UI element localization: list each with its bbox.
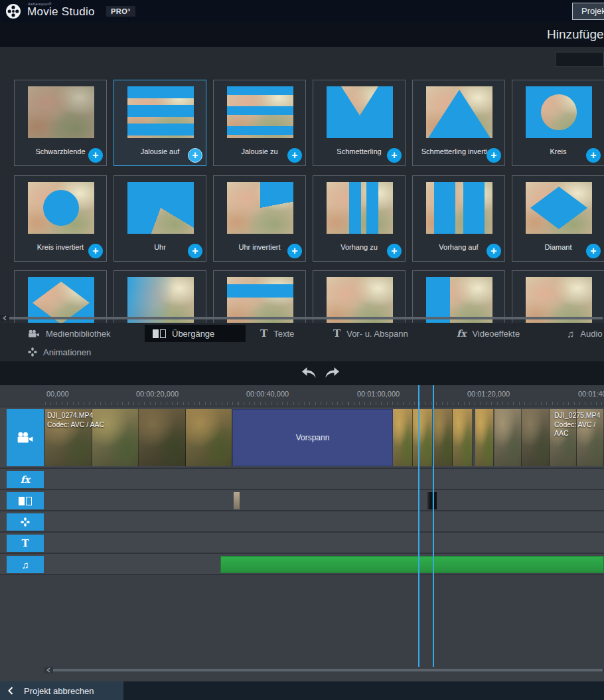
tab-label: Animationen (43, 347, 91, 357)
transition-tile[interactable]: Vorhang zu+ (313, 175, 406, 262)
transition-tile[interactable]: Schmetterling invertiert+ (412, 80, 505, 166)
video-clip-dji-0275[interactable]: DJI_0275.MP4 Codec: AVC / AAC (494, 409, 604, 466)
clip-metadata: DJI_0274.MP4 Codec: AVC / AAC (47, 411, 104, 429)
text-track[interactable] (0, 533, 604, 554)
transition-preview (227, 182, 293, 234)
playhead-line[interactable] (418, 385, 419, 667)
tab-media[interactable]: Medienbibliothek (20, 325, 119, 342)
add-transition-button[interactable]: + (487, 244, 501, 258)
transition-preview (28, 182, 94, 234)
timeline: 00,00000:00:20,00000:00:40,00000:01:00,0… (0, 385, 604, 667)
clip-thumbnails (475, 409, 494, 466)
project-button[interactable]: Projekt (572, 3, 604, 20)
tab-effects[interactable]: fxVideoeffekte (449, 325, 528, 342)
ruler-timestamp: 00:00:20,000 (136, 390, 179, 398)
effects-track[interactable] (0, 469, 604, 490)
add-transition-button[interactable]: + (88, 148, 103, 163)
text-track-icon[interactable]: T (7, 535, 44, 552)
transition-tile[interactable]: Schwarzblende+ (14, 80, 107, 166)
transition-preview (327, 86, 393, 138)
tab-transitions[interactable]: Übergänge (145, 325, 246, 342)
add-transition-button[interactable]: + (586, 244, 601, 258)
add-transition-button[interactable]: + (188, 148, 202, 163)
text-icon: T (260, 327, 267, 339)
add-transition-button[interactable]: + (88, 244, 103, 258)
app-titlebar: Ashampoo® Movie Studio PRO³ Projekt (0, 0, 604, 23)
ruler-timestamp: 00:01:20,000 (467, 390, 510, 398)
gallery-scrollbar[interactable] (0, 315, 604, 321)
scroll-left-icon[interactable] (0, 315, 9, 321)
transition-tile[interactable]: Kreis invertiert+ (14, 175, 107, 262)
scroll-left-icon[interactable] (44, 667, 53, 673)
tab-titles[interactable]: TVor- u. Abspann (325, 325, 416, 342)
undo-redo-bar (0, 361, 604, 385)
add-transition-button[interactable]: + (287, 148, 302, 163)
transition-clip-marker[interactable] (427, 492, 437, 509)
tab-label: Medienbibliothek (46, 329, 111, 339)
ruler-timestamp: 00,000 (46, 390, 69, 398)
transition-tile[interactable]: Uhr+ (113, 175, 206, 262)
cancel-project-button[interactable]: Projekt abbrechen (0, 681, 123, 700)
transition-track-icon[interactable] (7, 492, 44, 509)
redo-icon[interactable] (324, 366, 341, 379)
add-transition-button[interactable]: + (188, 244, 202, 258)
tab-label: Audio (580, 329, 602, 339)
fx-track-icon[interactable]: fx (7, 471, 44, 488)
transition-icon (153, 329, 166, 338)
filter-dropdown[interactable] (555, 52, 604, 67)
tab-texts[interactable]: TTexte (252, 325, 302, 342)
cancel-project-label: Projekt abbrechen (24, 686, 94, 696)
section-header: Hinzufügen (0, 23, 604, 47)
tab-audio[interactable]: ♫Audio (559, 325, 604, 342)
transition-tile[interactable]: Jalousie auf+ (113, 80, 206, 166)
undo-icon[interactable] (300, 366, 317, 379)
timeline-scrollbar[interactable] (0, 667, 604, 673)
audio-track-icon[interactable]: ♫ (7, 556, 44, 573)
animation-track-icon[interactable] (7, 513, 44, 531)
animations-track[interactable] (0, 511, 604, 533)
transition-tile[interactable]: Jalousie zu+ (213, 80, 306, 166)
transitions-track[interactable] (0, 490, 604, 511)
transition-tile[interactable]: Diamant+ (512, 175, 604, 262)
ruler-ticks (45, 402, 604, 405)
transition-row: Kreis invertiert+Uhr+Uhr invertiert+Vorh… (14, 175, 604, 262)
video-track-icon[interactable] (7, 409, 44, 466)
tab-label: Übergänge (172, 329, 214, 339)
ruler-timestamp: 00:00:40,000 (246, 390, 289, 398)
title-clip-label: Vorspann (296, 433, 330, 442)
add-transition-button[interactable]: + (387, 244, 402, 258)
transition-tile[interactable]: Vorhang auf+ (412, 175, 505, 262)
transition-preview (526, 182, 592, 234)
transition-preview (526, 86, 592, 138)
add-transition-button[interactable]: + (387, 148, 402, 163)
title-clip-vorspann[interactable]: Vorspann (232, 409, 393, 466)
scrollbar-thumb[interactable] (53, 669, 603, 671)
scrollbar-thumb[interactable] (9, 317, 603, 319)
timeline-ruler[interactable]: 00,00000:00:20,00000:00:40,00000:01:00,0… (0, 385, 604, 406)
media-icon (28, 329, 40, 338)
audio-clip[interactable] (220, 556, 604, 573)
transition-clip-marker[interactable] (234, 492, 240, 509)
add-transition-button[interactable]: + (487, 148, 501, 163)
add-transition-button[interactable]: + (287, 244, 302, 258)
transition-preview (127, 86, 194, 138)
transition-preview (127, 182, 194, 234)
bottom-bar: Projekt abbrechen (0, 681, 604, 700)
transition-tile[interactable]: Schmetterling+ (313, 80, 406, 166)
video-clip-dji-0274[interactable]: DJI_0274.MP4 Codec: AVC / AAC (45, 409, 232, 466)
transition-preview (327, 182, 393, 234)
animation-icon (28, 347, 37, 357)
movie-studio-window: Ashampoo® Movie Studio PRO³ Projekt Hinz… (0, 0, 604, 700)
transition-tile[interactable]: Uhr invertiert+ (213, 175, 306, 262)
ruler-timestamp: 00:01:40,000 (578, 390, 604, 398)
playhead-line[interactable] (433, 385, 434, 667)
chevron-left-icon (8, 687, 13, 695)
video-clip-segment[interactable] (475, 409, 494, 466)
tab-animations[interactable]: Animationen (20, 343, 99, 361)
tab-label: Videoeffekte (472, 329, 520, 339)
transition-tile[interactable]: Kreis+ (512, 80, 604, 166)
transition-preview (227, 86, 293, 138)
ashampoo-logo-icon (5, 3, 21, 19)
add-transition-button[interactable]: + (586, 148, 601, 163)
tab-label: Vor- u. Abspann (346, 329, 408, 339)
